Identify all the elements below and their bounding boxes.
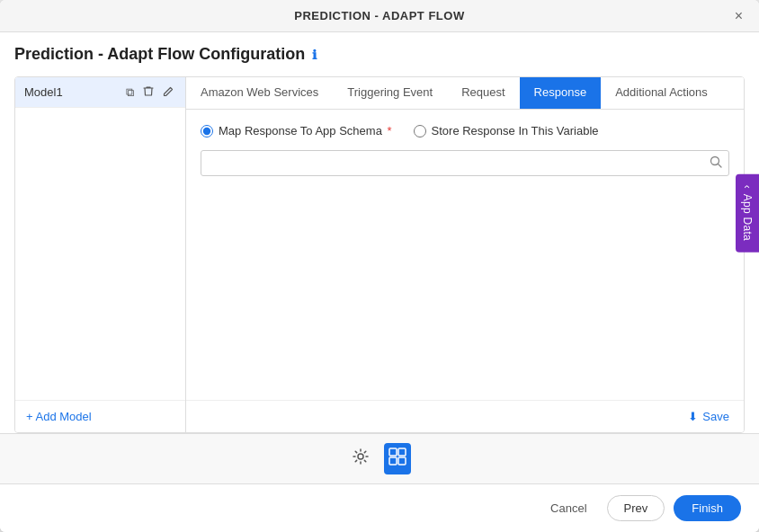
add-model-button[interactable]: + Add Model — [15, 400, 185, 432]
tab-request[interactable]: Request — [447, 77, 519, 109]
model-item[interactable]: Model1 ⧉ — [15, 77, 185, 108]
svg-rect-5 — [389, 457, 397, 465]
model-name: Model1 — [24, 85, 118, 99]
tab-additional[interactable]: Additional Actions — [601, 77, 722, 109]
tab-triggering[interactable]: Triggering Event — [333, 77, 447, 109]
tabs: Amazon Web Services Triggering Event Req… — [186, 77, 744, 110]
save-label: Save — [702, 410, 729, 423]
svg-line-1 — [719, 164, 722, 168]
map-response-label: Map Response To App Schema * — [219, 124, 392, 137]
edit-model-button[interactable] — [160, 85, 176, 100]
svg-point-2 — [358, 454, 363, 459]
title-bar: PREDICTION - ADAPT FLOW × — [0, 0, 759, 32]
save-icon: ⬇ — [688, 410, 698, 423]
map-response-radio[interactable] — [201, 125, 213, 137]
svg-rect-4 — [398, 448, 406, 456]
store-response-radio[interactable] — [414, 125, 426, 137]
gear-icon-button[interactable] — [348, 444, 373, 474]
delete-model-button[interactable] — [140, 84, 156, 100]
main-content: Prediction - Adapt Flow Configuration ℹ … — [0, 32, 759, 433]
tab-content: Map Response To App Schema * Store Respo… — [186, 110, 744, 400]
store-response-option[interactable]: Store Response In This Variable — [414, 124, 599, 137]
svg-rect-3 — [389, 448, 397, 456]
svg-rect-6 — [398, 457, 406, 465]
save-button[interactable]: ⬇ Save — [688, 410, 729, 423]
prev-button[interactable]: Prev — [607, 495, 665, 521]
tab-response[interactable]: Response — [520, 77, 602, 109]
modal: PREDICTION - ADAPT FLOW × Prediction - A… — [0, 0, 759, 532]
store-response-label: Store Response In This Variable — [432, 124, 599, 137]
cancel-button[interactable]: Cancel — [540, 496, 597, 520]
left-panel: Model1 ⧉ — [15, 77, 186, 432]
search-container — [201, 150, 729, 176]
app-data-label: App Data — [741, 194, 754, 241]
save-area: ⬇ Save — [186, 400, 744, 432]
model-actions: ⧉ — [123, 84, 176, 100]
radio-group: Map Response To App Schema * Store Respo… — [201, 124, 729, 137]
map-response-option[interactable]: Map Response To App Schema * — [201, 124, 392, 137]
search-icon-button[interactable] — [708, 154, 724, 173]
page-title-area: Prediction - Adapt Flow Configuration ℹ — [14, 45, 745, 64]
tab-aws[interactable]: Amazon Web Services — [186, 77, 333, 109]
footer: Cancel Prev Finish — [0, 483, 759, 532]
content-layout: Model1 ⧉ — [14, 76, 745, 433]
finish-button[interactable]: Finish — [674, 495, 741, 521]
app-data-tab[interactable]: ‹ App Data — [736, 173, 759, 252]
page-title: Prediction - Adapt Flow Configuration — [14, 45, 305, 64]
diagram-icon-button[interactable] — [384, 443, 411, 474]
modal-title: PREDICTION - ADAPT FLOW — [294, 9, 464, 22]
required-star: * — [384, 124, 392, 137]
right-panel: Amazon Web Services Triggering Event Req… — [186, 77, 744, 432]
schema-search-input[interactable] — [201, 150, 729, 176]
close-button[interactable]: × — [729, 7, 748, 25]
app-data-chevron: ‹ — [741, 184, 754, 188]
copy-model-button[interactable]: ⧉ — [123, 85, 137, 99]
info-icon[interactable]: ℹ — [312, 48, 317, 62]
bottom-toolbar — [0, 433, 759, 483]
